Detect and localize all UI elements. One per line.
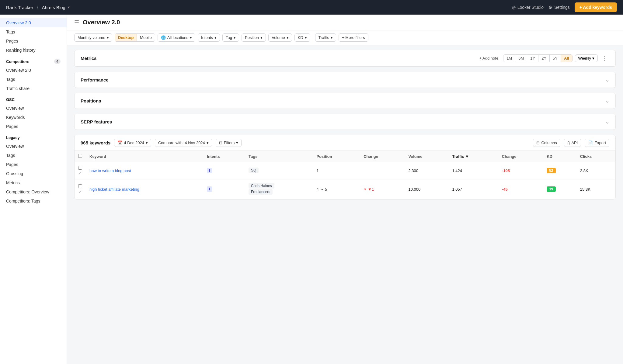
api-button[interactable]: {} API [564,139,581,147]
chevron-down-icon: ⌄ [605,98,609,104]
sidebar-item-overview-2[interactable]: Overview 2.0 [0,18,67,27]
dropdown-icon: ▾ [146,140,148,145]
row-clicks: 2.8K [576,162,615,179]
project-name: Ahrefs Blog [42,5,65,10]
th-change-pos: Change [360,151,405,162]
row-kd: 19 [543,179,576,199]
project-dropdown-icon[interactable]: ▾ [68,5,70,9]
chevron-down-icon: ⌄ [605,77,609,83]
row-pos-change [360,162,405,179]
tag-filter[interactable]: Tag ▾ [222,33,239,42]
more-filters[interactable]: + More filters [339,33,368,42]
sidebar-item-metrics[interactable]: Metrics [0,178,67,187]
select-all-checkbox[interactable] [78,154,82,158]
sidebar-section-legacy: Legacy [0,131,67,142]
metrics-title: Metrics [81,56,97,61]
desktop-filter[interactable]: Desktop [115,34,137,41]
sidebar-item-legacy-overview[interactable]: Overview [0,142,67,151]
sidebar-item-gsc-overview[interactable]: Overview [0,104,67,113]
row-intents: I [203,179,245,199]
th-position[interactable]: Position [313,151,360,162]
time-range-group: 1M 6M 1Y 2Y 5Y All [503,54,572,62]
columns-button[interactable]: ⊞ Columns [533,139,560,147]
more-options-button[interactable]: ⋮ [600,55,609,62]
th-tags: Tags [245,151,313,162]
competitors-badge: 4 [54,59,61,64]
date-picker-button[interactable]: 📅 4 Dec 2024 ▾ [114,139,151,147]
th-traffic[interactable]: Traffic ▼ [448,151,498,162]
row-checkbox[interactable] [78,166,82,170]
positions-toggle[interactable]: Positions ⌄ [75,93,615,109]
dropdown-icon: ▾ [305,35,307,40]
settings-link[interactable]: ⚙ Settings [548,5,570,10]
app-layout: Overview 2.0 Tags Pages Ranking history … [0,15,623,364]
sidebar-item-traffic-share[interactable]: Traffic share [0,84,67,93]
th-change-traffic: Change [498,151,543,162]
position-filter[interactable]: Position ▾ [242,33,266,42]
row-checkbox-cell[interactable]: ✓ [75,162,86,179]
time-all[interactable]: All [561,55,572,62]
tag-badge[interactable]: Freelancers [249,189,273,195]
metrics-section: Metrics + Add note 1M 6M 1Y 2Y 5Y All We [74,50,616,67]
row-checkbox-cell[interactable]: ✓ [75,179,86,199]
th-kd[interactable]: KD [543,151,576,162]
compare-with-button[interactable]: Compare with: 4 Nov 2024 ▾ [155,139,212,147]
intents-filter[interactable]: Intents ▾ [198,33,220,42]
row-kd: 52 [543,162,576,179]
row-traffic-change: -195 [498,162,543,179]
tag-badge[interactable]: SQ [249,168,259,173]
dropdown-icon: ▾ [190,35,192,40]
th-checkbox[interactable] [75,151,86,162]
sidebar-item-grossing[interactable]: Grossing [0,169,67,178]
sidebar-item-gsc-pages[interactable]: Pages [0,122,67,131]
serp-features-toggle[interactable]: SERP features ⌄ [75,114,615,130]
granularity-button[interactable]: Weekly ▾ [575,54,598,62]
kd-filter[interactable]: KD ▾ [294,33,310,42]
sidebar-item-comp-tags[interactable]: Tags [0,75,67,84]
sidebar-item-legacy-tags[interactable]: Tags [0,151,67,160]
positions-section: Positions ⌄ [74,93,616,109]
monthly-volume-filter[interactable]: Monthly volume ▾ [74,33,112,42]
time-5y[interactable]: 5Y [550,55,561,62]
row-position: 4 → 5 [313,179,360,199]
time-1m[interactable]: 1M [503,55,515,62]
row-checkbox[interactable] [78,184,82,188]
th-clicks[interactable]: Clicks [576,151,615,162]
hamburger-icon[interactable]: ☰ [74,19,79,26]
metrics-header: Metrics + Add note 1M 6M 1Y 2Y 5Y All We [75,50,615,67]
sidebar-item-comp-overview[interactable]: Overview 2.0 [0,66,67,75]
performance-label: Performance [81,77,109,82]
sidebar-item-tags[interactable]: Tags [0,27,67,36]
sidebar-item-gsc-keywords[interactable]: Keywords [0,113,67,122]
filter-icon: ⊟ [219,140,222,145]
traffic-filter[interactable]: Traffic ▾ [315,33,336,42]
performance-toggle[interactable]: Performance ⌄ [75,72,615,88]
export-button[interactable]: 📄 Export [585,139,609,147]
locations-filter[interactable]: 🌐 All locations ▾ [158,33,195,42]
sidebar-item-pages[interactable]: Pages [0,36,67,46]
add-note-button[interactable]: + Add note [477,55,501,62]
sidebar-item-comp-overview-legacy[interactable]: Competitors: Overview [0,187,67,196]
keywords-count: 965 keywords [81,140,110,145]
keyword-link[interactable]: high ticket affiliate marketing [89,187,139,192]
row-clicks: 15.3K [576,179,615,199]
sidebar-item-ranking-history[interactable]: Ranking history [0,46,67,55]
sidebar-item-legacy-pages[interactable]: Pages [0,160,67,169]
mobile-filter[interactable]: Mobile [137,34,155,41]
row-pos-change: ▼ ▼1 [360,179,405,199]
time-2y[interactable]: 2Y [538,55,550,62]
time-6m[interactable]: 6M [515,55,527,62]
add-keywords-button[interactable]: + Add keywords [575,2,617,12]
looker-studio-link[interactable]: ◎ Looker Studio [512,5,544,10]
filters-button[interactable]: ⊟ Filters ▾ [216,139,242,147]
volume-filter[interactable]: Volume ▾ [268,33,292,42]
th-volume[interactable]: Volume [405,151,449,162]
time-1y[interactable]: 1Y [527,55,538,62]
tag-badge[interactable]: Chris Haines [249,183,274,189]
keyword-link[interactable]: how to write a blog post [89,168,131,173]
arrow-down-icon: ▼ [364,188,367,191]
row-keyword: how to write a blog post [86,162,203,179]
row-volume: 10,000 [405,179,449,199]
sidebar-item-comp-tags-legacy[interactable]: Competitors: Tags [0,196,67,206]
th-keyword[interactable]: Keyword [86,151,203,162]
